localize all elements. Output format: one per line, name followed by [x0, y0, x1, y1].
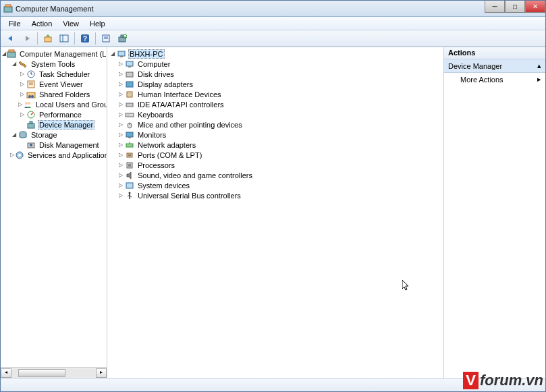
close-button[interactable]: ✕ — [525, 1, 545, 13]
performance-icon — [26, 110, 36, 119]
actions-section-device-manager[interactable]: Device Manager ▴ — [444, 59, 545, 73]
titlebar[interactable]: Computer Management ─ □ ✕ — [1, 1, 545, 17]
mouse-icon — [125, 120, 134, 130]
device-label: IDE ATA/ATAPI controllers — [136, 101, 225, 109]
svg-rect-48 — [126, 132, 133, 137]
expand-icon[interactable]: ▷ — [18, 111, 26, 118]
device-label: Computer — [136, 60, 171, 68]
device-node-ports[interactable]: ▷ Ports (COM & LPT) — [107, 150, 443, 160]
scroll-thumb[interactable] — [18, 369, 65, 377]
display-adapter-icon — [125, 80, 134, 89]
scroll-right-button[interactable]: ▸ — [96, 368, 107, 378]
expand-icon[interactable]: ▷ — [117, 111, 124, 118]
computer-icon — [117, 49, 126, 59]
ide-icon — [125, 100, 134, 109]
expand-icon[interactable]: ▷ — [117, 101, 124, 108]
actions-pane: Actions Device Manager ▴ More Actions ▸ — [444, 47, 545, 378]
expand-icon[interactable]: ▷ — [117, 131, 124, 138]
expand-icon[interactable]: ▷ — [117, 90, 124, 98]
maximize-button[interactable]: □ — [505, 1, 525, 13]
expand-icon[interactable]: ▷ — [18, 80, 26, 88]
device-node-usb[interactable]: ▷ Universal Serial Bus controllers — [107, 190, 443, 200]
minimize-button[interactable]: ─ — [485, 1, 505, 13]
device-node-network[interactable]: ▷ Network adapters — [107, 140, 443, 150]
expand-icon[interactable]: ▷ — [117, 70, 124, 78]
collapse-icon[interactable]: ◢ — [10, 131, 18, 138]
tree-label: Event Viewer — [38, 80, 84, 88]
toolbar-separator — [37, 32, 38, 45]
expand-icon[interactable]: ▷ — [117, 80, 124, 88]
tree-node-shared-folders[interactable]: ▷ Shared Folders — [1, 89, 107, 99]
svg-rect-1 — [5, 5, 11, 7]
device-node-hid[interactable]: ▷ Human Interface Devices — [107, 89, 443, 99]
device-node-root[interactable]: ◢ BHXH-PC — [107, 49, 443, 59]
console-tree[interactable]: ◢ Computer Management (Local ◢ System To… — [1, 47, 107, 367]
expand-icon[interactable]: ▷ — [117, 151, 124, 159]
properties-button[interactable] — [99, 32, 113, 45]
expand-icon[interactable]: ▷ — [18, 70, 26, 78]
tree-node-services-apps[interactable]: ▷ Services and Applications — [1, 150, 107, 160]
help-button[interactable]: ? — [78, 32, 92, 45]
tree-node-system-tools[interactable]: ◢ System Tools — [1, 59, 107, 69]
device-node-sound[interactable]: ▷ Sound, video and game controllers — [107, 170, 443, 180]
users-icon — [23, 100, 32, 109]
device-node-display[interactable]: ▷ Display adapters — [107, 79, 443, 89]
collapse-icon[interactable]: ◢ — [10, 60, 18, 67]
scroll-track[interactable] — [11, 368, 96, 378]
svg-point-24 — [25, 102, 28, 105]
expand-icon[interactable]: ▷ — [10, 151, 14, 159]
device-node-computer[interactable]: ▷ Computer — [107, 59, 443, 69]
expand-icon[interactable]: ▷ — [117, 181, 124, 189]
device-node-mice[interactable]: ▷ Mice and other pointing devices — [107, 119, 443, 130]
event-icon — [26, 80, 36, 89]
expand-icon[interactable]: ▷ — [117, 60, 124, 67]
tree-node-local-users[interactable]: ▷ Local Users and Groups — [1, 99, 107, 109]
svg-rect-2 — [45, 37, 51, 42]
tree-node-event-viewer[interactable]: ▷ Event Viewer — [1, 79, 107, 89]
window-controls: ─ □ ✕ — [485, 1, 545, 13]
device-node-system-devices[interactable]: ▷ System devices — [107, 180, 443, 190]
expand-icon[interactable]: ▷ — [18, 101, 22, 108]
expand-icon[interactable]: ▷ — [117, 121, 124, 128]
menu-file[interactable]: File — [3, 18, 26, 29]
menu-action[interactable]: Action — [26, 18, 58, 29]
tree-label: Computer Management (Local — [18, 50, 107, 58]
expand-icon[interactable]: ▷ — [117, 192, 124, 199]
window-frame: Computer Management ─ □ ✕ File Action Vi… — [0, 0, 546, 392]
device-node-disk-drives[interactable]: ▷ Disk drives — [107, 69, 443, 79]
tree-node-performance[interactable]: ▷ Performance — [1, 109, 107, 119]
expand-icon[interactable]: ▷ — [117, 141, 124, 148]
device-tree[interactable]: ◢ BHXH-PC ▷ Computer ▷ Disk drives ▷ — [107, 47, 443, 378]
device-node-processors[interactable]: ▷ Processors — [107, 160, 443, 170]
menu-bar: File Action View Help — [1, 17, 545, 30]
menu-help[interactable]: Help — [84, 18, 111, 29]
expand-icon[interactable]: ▷ — [117, 161, 124, 169]
expand-icon[interactable]: ▷ — [117, 171, 124, 179]
up-button[interactable] — [40, 32, 55, 45]
device-node-monitors[interactable]: ▷ Monitors — [107, 130, 443, 140]
expand-icon[interactable]: ▷ — [18, 90, 26, 98]
actions-more[interactable]: More Actions ▸ — [444, 73, 545, 86]
svg-point-22 — [28, 95, 31, 98]
collapse-icon[interactable]: ◢ — [2, 50, 6, 57]
content-area: ◢ Computer Management (Local ◢ System To… — [1, 47, 545, 378]
tree-node-task-scheduler[interactable]: ▷ Task Scheduler — [1, 69, 107, 79]
horizontal-scrollbar[interactable]: ◂ ▸ — [1, 367, 107, 378]
scan-hardware-button[interactable] — [115, 32, 130, 45]
tree-node-root[interactable]: ◢ Computer Management (Local — [1, 49, 107, 59]
back-button[interactable] — [3, 32, 18, 45]
tree-node-device-manager[interactable]: Device Manager — [1, 119, 107, 130]
device-node-keyboards[interactable]: ▷ Keyboards — [107, 109, 443, 119]
device-node-ide[interactable]: ▷ IDE ATA/ATAPI controllers — [107, 99, 443, 109]
scroll-left-button[interactable]: ◂ — [1, 368, 11, 378]
svg-point-25 — [28, 102, 30, 105]
show-hide-tree-button[interactable] — [57, 32, 72, 45]
menu-view[interactable]: View — [57, 18, 84, 29]
storage-icon — [18, 130, 28, 140]
forward-button[interactable] — [20, 32, 34, 45]
tree-node-disk-management[interactable]: Disk Management — [1, 140, 107, 150]
device-label: Processors — [136, 161, 176, 169]
clock-icon — [26, 69, 36, 79]
collapse-icon[interactable]: ◢ — [109, 50, 116, 57]
tree-node-storage[interactable]: ◢ Storage — [1, 130, 107, 140]
